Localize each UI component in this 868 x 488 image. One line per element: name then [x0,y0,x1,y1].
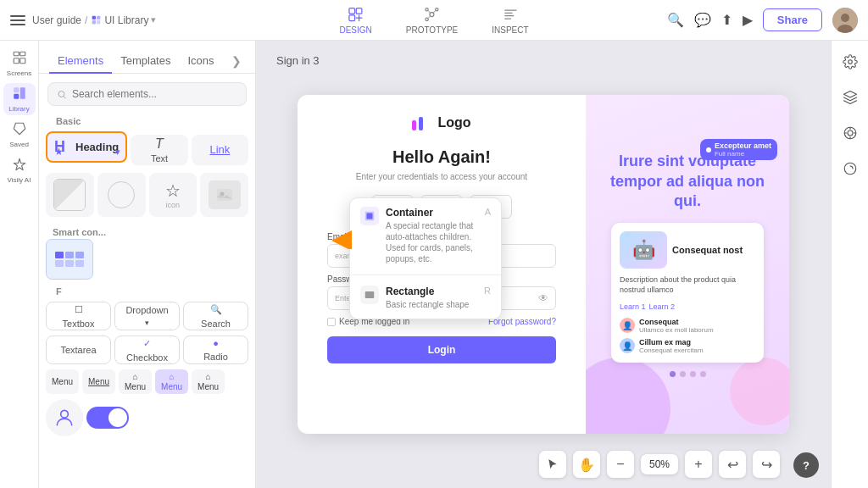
comment-icon[interactable]: 💬 [694,12,711,28]
textbox-element[interactable]: ☐ Textbox [46,302,111,330]
svg-rect-0 [92,16,96,19]
svg-point-9 [436,8,438,11]
checkbox-element[interactable]: ✓ Checkbox [114,336,180,364]
zoom-out-button[interactable]: − [607,451,634,478]
search-input[interactable] [72,88,237,100]
sidebar-item-library[interactable]: Library [3,83,36,115]
dropdown-element[interactable]: Dropdown ▾ [114,302,180,330]
breadcrumb-sep1: / [85,14,87,26]
dot-4[interactable] [700,371,706,377]
svg-point-24 [61,410,69,418]
cursor-tool-button[interactable] [539,451,566,478]
dot-2[interactable] [680,371,686,377]
search-element[interactable]: 🔍 Search [183,302,248,330]
zoom-in-button[interactable]: + [685,451,712,478]
panel-search-area [39,74,255,113]
svg-rect-19 [14,94,19,99]
play-icon[interactable]: ▶ [743,12,753,28]
link-element[interactable]: Link [192,135,248,165]
toggle-element[interactable] [86,407,129,429]
popup-container-desc: A special rectangle that auto-attaches c… [386,220,478,264]
undo-button[interactable]: ↩ [719,451,746,478]
menu-element-2[interactable]: Menu [82,369,115,394]
menu-element-4[interactable]: ⌂ Menu [155,369,188,394]
svg-rect-2 [92,20,96,24]
popup-menu: Container A special rectangle that auto-… [349,197,502,319]
icon-element[interactable]: ☆ icon [149,173,198,217]
table-element[interactable] [46,239,93,280]
basic-section-label: Basic [46,113,248,131]
textarea-label: Textarea [60,345,96,355]
smart-elements-row [46,239,248,280]
canvas-label: Sign in 3 [276,54,320,67]
panel-collapse-button[interactable]: ❯ [228,51,245,71]
product-card: 🤖 Consequat nost Description about the p… [611,223,764,362]
menu-element-3[interactable]: ⌂ Menu [119,369,152,394]
check-icon: ✓ [143,338,151,349]
tab-icons[interactable]: Icons [179,49,222,74]
login-button[interactable]: Login [327,336,556,363]
sidebar-item-saved[interactable]: Saved [3,119,36,151]
menu-element-5[interactable]: ⌂ Menu [192,369,225,394]
target-icon-button[interactable] [836,119,865,147]
forms-row-2: Textarea ✓ Checkbox ● Radio [46,336,248,364]
dot-1[interactable] [670,371,676,377]
text-element[interactable]: T Text [131,135,187,165]
popup-rectangle-text: Rectangle Basic rectangle shape [386,286,469,310]
text-label: Text [151,153,168,164]
settings-icon-button[interactable] [836,47,865,76]
help-button[interactable]: ? [793,452,819,478]
sidebar-item-screens[interactable]: Screens [3,47,36,80]
review-1: 👤 Consequat Ullamco ex moll laborum [620,318,755,334]
zoom-level[interactable]: 50% [641,454,678,474]
hand-tool-button[interactable]: ✋ [573,451,600,478]
person-element[interactable] [46,399,83,436]
card-description: Description about the product quia nostr… [620,275,755,295]
paint-icon-button[interactable] [836,154,865,183]
popup-container-item[interactable]: Container A special rectangle that auto-… [350,198,501,273]
svg-rect-4 [349,8,355,14]
tab-prototype[interactable]: PROTOTYPE [399,2,465,38]
table-grid [55,252,84,267]
svg-point-31 [844,163,856,175]
tag-1[interactable]: Learn 1 [620,302,646,311]
breadcrumb-home[interactable]: User guide [32,14,81,26]
tab-design[interactable]: DESIGN [332,2,378,38]
heading-element[interactable]: H ★ ▾ Heading [46,131,127,163]
svg-rect-15 [19,52,25,56]
textarea-element[interactable]: Textarea [46,336,111,364]
sidebar-saved-label: Saved [9,141,29,148]
link-label: Link [209,143,230,156]
sidebar-item-visily-ai[interactable]: Visily AI [3,154,36,186]
status-sub: Full name [715,150,771,158]
dropdown-chevron-icon: ▾ [145,319,149,327]
tab-elements[interactable]: Elements [49,49,112,74]
toggle-knob [108,408,127,427]
redo-button[interactable]: ↪ [753,451,780,478]
circle-element[interactable] [97,173,146,217]
tag-2[interactable]: Learn 2 [649,302,676,311]
menu-icon-highlight: ⌂ [170,372,175,381]
svg-rect-26 [367,214,373,219]
design-icon [347,5,365,24]
reviewer-name-2: Cillum ex mag [639,338,704,347]
popup-rectangle-item[interactable]: Rectangle Basic rectangle shape R [350,277,501,319]
share-button[interactable]: Share [763,8,822,31]
panel-content: Basic H ★ ▾ Heading T Text Link [39,113,255,488]
signin-title: Hello Again! [392,147,491,167]
svg-rect-1 [97,16,100,19]
upload-icon[interactable]: ⬆ [721,12,732,28]
photo-element[interactable] [200,173,248,217]
radio-element[interactable]: ● Radio [183,336,248,364]
password-toggle-icon[interactable]: 👁 [538,292,548,304]
menu-icon[interactable] [10,15,25,25]
menu-element-1[interactable]: Menu [46,369,79,394]
search-icon[interactable]: 🔍 [667,12,684,28]
user-avatar[interactable] [832,8,858,33]
tab-templates[interactable]: Templates [112,49,179,74]
tab-inspect[interactable]: INSPECT [485,2,535,38]
topbar-actions: 🔍 💬 ⬆ ▶ Share [667,8,858,33]
layers-icon-button[interactable] [836,83,865,112]
image-element[interactable] [46,173,94,217]
dot-3[interactable] [690,371,696,377]
